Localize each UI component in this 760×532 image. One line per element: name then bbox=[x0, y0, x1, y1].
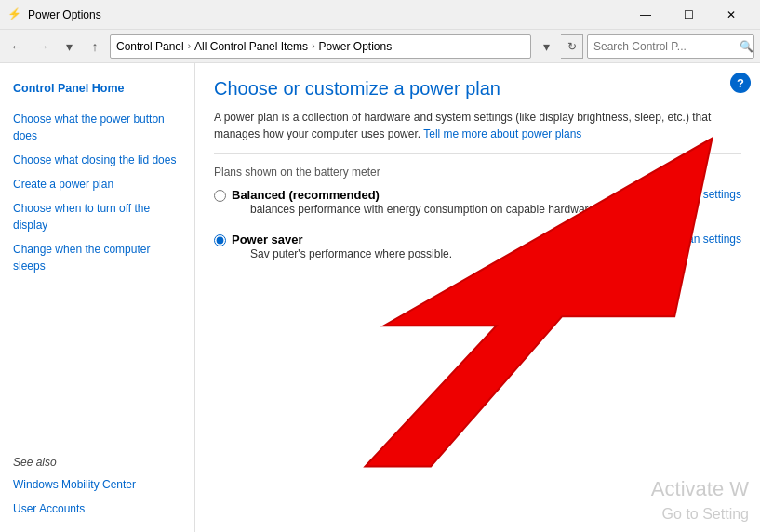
content-description: A power plan is a collection of hardware… bbox=[214, 109, 741, 142]
content-area: ? Choose or customize a power plan A pow… bbox=[195, 63, 760, 532]
path-segment-2: All Control Panel Items bbox=[194, 40, 308, 53]
plan-power-saver-radio[interactable] bbox=[214, 234, 226, 246]
sidebar-item-control-panel-home[interactable]: Control Panel Home bbox=[0, 74, 194, 107]
window-controls: — ☐ ✕ bbox=[624, 0, 753, 30]
path-segment-1: Control Panel bbox=[116, 40, 184, 53]
plan-power-saver-header: Power saver Sav puter's performance wher… bbox=[214, 233, 741, 268]
watermark: Activate W Go to Setting bbox=[640, 468, 760, 532]
window-title: Power Options bbox=[28, 8, 624, 21]
minimize-button[interactable]: — bbox=[624, 0, 667, 30]
title-bar: ⚡ Power Options — ☐ ✕ bbox=[0, 0, 760, 30]
plans-label: Plans shown on the battery meter bbox=[214, 166, 741, 179]
main-window: Control Panel Home Choose what the power… bbox=[0, 63, 760, 532]
sidebar-item-user-accounts[interactable]: User Accounts bbox=[0, 497, 194, 521]
search-input[interactable] bbox=[588, 40, 739, 53]
see-also-label: See also bbox=[0, 448, 194, 472]
path-arrow-2: › bbox=[312, 41, 314, 51]
learn-more-link[interactable]: Tell me more about power plans bbox=[423, 127, 581, 140]
plan-balanced: Balanced (recommended) balances performa… bbox=[214, 188, 741, 223]
up-button[interactable]: ↑ bbox=[84, 35, 106, 58]
plan-balanced-info: Balanced (recommended) balances performa… bbox=[232, 188, 598, 218]
sidebar-item-power-button[interactable]: Choose what the power button does bbox=[0, 107, 194, 148]
close-button[interactable]: ✕ bbox=[710, 0, 753, 30]
section-divider bbox=[214, 153, 741, 154]
help-button[interactable]: ? bbox=[730, 73, 751, 93]
path-segment-3: Power Options bbox=[318, 40, 392, 53]
plan-power-saver-change-link[interactable]: Change plan settings bbox=[636, 233, 741, 246]
sidebar-item-display[interactable]: Choose when to turn off the display bbox=[0, 196, 194, 237]
sidebar-item-sleep[interactable]: Change when the computer sleeps bbox=[0, 237, 194, 278]
dropdown-button[interactable]: ▾ bbox=[535, 35, 557, 58]
maximize-button[interactable]: ☐ bbox=[667, 0, 710, 30]
plan-power-saver: Power saver Sav puter's performance wher… bbox=[214, 233, 741, 268]
plan-balanced-radio[interactable] bbox=[214, 190, 226, 202]
path-arrow-1: › bbox=[188, 41, 191, 51]
search-box[interactable]: 🔍 bbox=[587, 34, 754, 59]
sidebar-item-create-plan[interactable]: Create a power plan bbox=[0, 172, 194, 196]
plan-power-saver-row: Power saver Sav puter's performance wher… bbox=[214, 233, 452, 262]
search-button[interactable]: 🔍 bbox=[739, 34, 753, 59]
plan-power-saver-name: Power saver bbox=[232, 233, 452, 246]
address-path[interactable]: Control Panel › All Control Panel Items … bbox=[110, 34, 531, 59]
back-button[interactable]: ← bbox=[6, 35, 28, 58]
plan-balanced-change-link[interactable]: Change plan settings bbox=[636, 188, 741, 201]
app-icon: ⚡ bbox=[7, 7, 22, 22]
page-title: Choose or customize a power plan bbox=[214, 78, 741, 100]
plan-balanced-header: Balanced (recommended) balances performa… bbox=[214, 188, 741, 223]
sidebar-item-mobility-center[interactable]: Windows Mobility Center bbox=[0, 472, 194, 497]
recent-locations-button[interactable]: ▾ bbox=[58, 35, 80, 58]
refresh-button[interactable]: ↻ bbox=[561, 34, 583, 59]
plan-balanced-name: Balanced (recommended) bbox=[232, 188, 598, 202]
sidebar: Control Panel Home Choose what the power… bbox=[0, 63, 195, 532]
plan-balanced-row: Balanced (recommended) balances performa… bbox=[214, 188, 598, 218]
address-bar: ← → ▾ ↑ Control Panel › All Control Pane… bbox=[0, 30, 760, 63]
sidebar-item-lid[interactable]: Choose what closing the lid does bbox=[0, 148, 194, 172]
forward-button[interactable]: → bbox=[32, 35, 54, 58]
plan-balanced-desc: balances performance with energy consump… bbox=[250, 202, 598, 218]
plan-power-saver-info: Power saver Sav puter's performance wher… bbox=[232, 233, 452, 262]
plan-power-saver-desc: Sav puter's performance where possible. bbox=[250, 246, 452, 262]
